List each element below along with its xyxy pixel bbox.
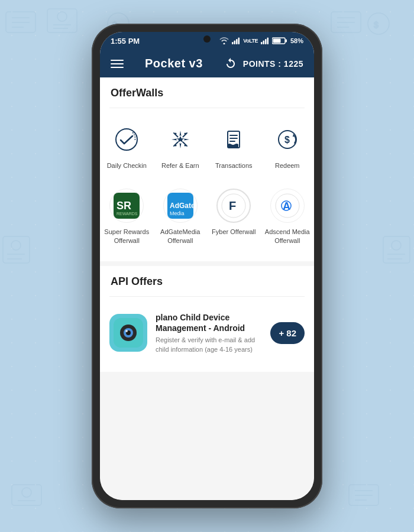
plano-icon: [109, 314, 147, 352]
svg-point-42: [116, 129, 137, 150]
offerwalls-grid-row2: SR REWARDS Super Rewards Offerwall AdGat…: [100, 181, 314, 252]
svg-text:SR: SR: [117, 200, 131, 212]
redeem-icon: $: [270, 122, 305, 157]
plano-offer-text: plano Child Device Management - Android …: [156, 312, 262, 354]
svg-point-24: [11, 241, 21, 250]
adscend-item[interactable]: A Adscend Media Offerwall: [261, 181, 315, 252]
svg-text:Media: Media: [170, 210, 185, 216]
svg-rect-19: [349, 485, 379, 505]
svg-point-45: [184, 145, 186, 147]
svg-point-67: [125, 330, 128, 332]
camera-notch: [203, 35, 211, 43]
hamburger-menu[interactable]: [111, 60, 124, 68]
transactions-item[interactable]: Transactions: [207, 115, 261, 177]
refer-earn-item[interactable]: Refer & Earn: [154, 115, 208, 177]
app-title: Pocket v3: [145, 57, 203, 70]
svg-point-5: [57, 12, 67, 21]
transactions-icon: [216, 122, 251, 157]
api-offers-section: API Offers: [100, 266, 314, 372]
svg-rect-16: [12, 485, 41, 505]
svg-point-14: [368, 13, 389, 34]
wifi-icon: [219, 37, 229, 44]
redeem-item[interactable]: $ Redeem: [261, 115, 315, 177]
refer-earn-label: Refer & Earn: [161, 161, 199, 170]
plano-title: plano Child Device Management - Android: [156, 312, 262, 333]
adscend-icon: A: [270, 189, 305, 223]
svg-rect-36: [263, 41, 264, 45]
fyber-label: Fyber Offerwall: [212, 228, 255, 236]
svg-rect-41: [273, 39, 280, 43]
status-time: 1:55 PM: [111, 37, 140, 46]
svg-text:F: F: [229, 199, 236, 212]
transactions-label: Transactions: [215, 161, 253, 170]
battery-percent: 58%: [290, 37, 303, 44]
svg-rect-37: [265, 39, 267, 44]
daily-checkin-item[interactable]: Daily Checkin: [100, 115, 154, 177]
offerwalls-title: OfferWalls: [100, 87, 314, 108]
points-display: POINTS : 1225: [243, 59, 303, 69]
adgatemedia-item[interactable]: AdGate Media AdGateMedia Offerwall: [154, 181, 208, 252]
svg-rect-40: [285, 40, 287, 43]
refer-earn-icon: [163, 122, 198, 157]
top-bar-right: POINTS : 1225: [224, 57, 303, 70]
daily-checkin-icon: [109, 122, 144, 157]
svg-point-43: [174, 133, 176, 135]
fyber-icon: F: [216, 189, 251, 223]
svg-rect-10: [331, 12, 361, 33]
svg-rect-27: [383, 236, 410, 263]
svg-rect-31: [232, 42, 234, 44]
plano-points[interactable]: + 82: [270, 322, 305, 344]
offerwalls-grid-row1: Daily Checkin: [100, 115, 314, 177]
super-rewards-label: Super Rewards Offerwall: [102, 228, 151, 245]
svg-point-28: [392, 241, 401, 250]
plano-desc: Register & verify with e-mail & add chil…: [156, 336, 262, 354]
svg-rect-4: [47, 9, 77, 33]
svg-rect-33: [236, 39, 238, 44]
api-offers-title: API Offers: [100, 275, 314, 296]
phone-screen: 1:55 PM VoLTE: [100, 32, 314, 500]
fyber-item[interactable]: F Fyber Offerwall: [207, 181, 261, 252]
svg-rect-34: [238, 38, 240, 45]
svg-text:$: $: [284, 135, 290, 145]
super-rewards-item[interactable]: SR REWARDS Super Rewards Offerwall: [100, 181, 154, 252]
volte-label: VoLTE: [243, 38, 258, 44]
top-bar: Pocket v3 POINTS : 1225: [100, 50, 314, 77]
svg-point-44: [184, 133, 186, 135]
status-right: VoLTE 58%: [219, 37, 303, 44]
svg-text:REWARDS: REWARDS: [117, 212, 138, 216]
refresh-icon[interactable]: [224, 57, 237, 70]
svg-rect-23: [3, 236, 30, 263]
adgatemedia-icon: AdGate Media: [163, 189, 198, 223]
redeem-label: Redeem: [275, 161, 300, 170]
daily-checkin-label: Daily Checkin: [107, 161, 147, 170]
svg-rect-38: [267, 38, 269, 45]
super-rewards-icon: SR REWARDS: [109, 189, 144, 223]
svg-point-46: [174, 145, 176, 147]
phone-frame: 1:55 PM VoLTE: [92, 24, 322, 508]
svg-text:$: $: [374, 20, 379, 30]
svg-rect-35: [261, 42, 263, 44]
svg-point-17: [22, 488, 31, 497]
svg-rect-32: [234, 41, 236, 45]
battery-icon: [272, 37, 287, 44]
svg-rect-0: [6, 12, 35, 33]
adgatemedia-label: AdGateMedia Offerwall: [156, 228, 205, 245]
adscend-label: Adscend Media Offerwall: [263, 228, 312, 245]
offerwalls-section: OfferWalls Daily Chec: [100, 77, 314, 261]
plano-offer-item[interactable]: plano Child Device Management - Android …: [100, 304, 314, 362]
signal1-icon: [232, 37, 240, 44]
signal2-icon: [261, 37, 269, 44]
main-content: OfferWalls Daily Chec: [100, 77, 314, 500]
svg-text:AdGate: AdGate: [170, 202, 193, 210]
